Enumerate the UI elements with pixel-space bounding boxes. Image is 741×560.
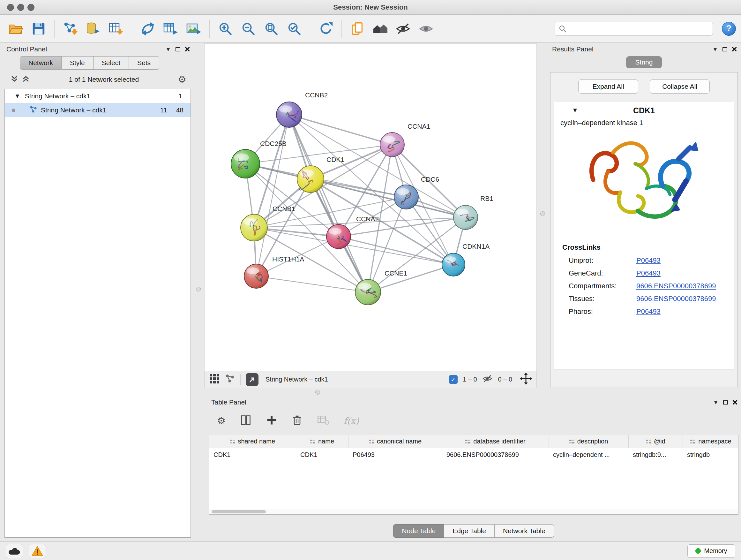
column-header[interactable]: name	[296, 435, 348, 448]
warning-button[interactable]	[29, 544, 46, 558]
tab-node-table[interactable]: Node Table	[393, 524, 444, 538]
network-node-CDKN1A[interactable]	[442, 253, 465, 276]
expand-all-chevron-icon[interactable]	[22, 75, 30, 84]
protein-section-header[interactable]: ▼ CDK1	[554, 102, 734, 119]
tab-string[interactable]: String	[626, 56, 662, 68]
network-selection-row: 1 of 1 Network selected ⚙	[3, 71, 192, 87]
panel-float-icon[interactable]	[720, 45, 730, 54]
network-collection-row[interactable]: ▼ String Network – cdk1 1	[5, 89, 191, 103]
hide-style-button[interactable]	[393, 18, 414, 40]
network-row[interactable]: String Network – cdk1 11 48	[5, 103, 191, 117]
network-node-CDK1[interactable]	[297, 166, 324, 192]
refresh-layout-button[interactable]	[315, 18, 336, 40]
move-crosshair-icon[interactable]	[520, 373, 532, 386]
scrollbar-thumb[interactable]	[212, 510, 266, 513]
export-table-button[interactable]	[160, 18, 181, 40]
save-session-button[interactable]	[28, 18, 49, 40]
column-header[interactable]: @id	[628, 435, 683, 448]
memory-button[interactable]: Memory	[687, 544, 735, 558]
crosslink-link[interactable]: P06493	[636, 307, 661, 316]
panel-close-icon[interactable]: ×	[730, 398, 740, 407]
column-header[interactable]: canonical name	[348, 435, 442, 448]
tab-sets[interactable]: Sets	[129, 56, 159, 70]
panel-menu-icon[interactable]: ▾	[711, 45, 720, 54]
import-network-database-button[interactable]	[83, 18, 104, 40]
tab-style[interactable]: Style	[62, 56, 93, 70]
add-column-icon[interactable]	[266, 415, 277, 427]
horizontal-scrollbar[interactable]	[209, 509, 738, 514]
tree-collapse-caret-icon[interactable]: ▼	[14, 92, 20, 100]
help-button[interactable]: ?	[722, 22, 736, 36]
network-node-CCNB1[interactable]	[241, 214, 267, 241]
splitter-handle[interactable]	[540, 211, 545, 216]
column-header[interactable]: database identifier	[442, 435, 549, 448]
network-node-CCNA2[interactable]	[327, 225, 351, 249]
column-header[interactable]: namespace	[683, 435, 738, 448]
cell-id[interactable]: stringdb:9...	[628, 448, 683, 461]
network-node-RB1[interactable]	[454, 205, 478, 230]
crosslink-link[interactable]: P06493	[636, 269, 661, 277]
cell-description[interactable]: cyclin–dependent ...	[549, 448, 628, 461]
import-network-file-button[interactable]	[60, 18, 81, 40]
home-views-button[interactable]	[370, 18, 391, 40]
table-row[interactable]: CDK1 CDK1 P06493 9606.ENSP00000378699 cy…	[209, 448, 738, 461]
export-image-button[interactable]	[183, 18, 204, 40]
search-input[interactable]	[555, 22, 713, 36]
crosslink-link[interactable]: 9606.ENSP00000378699	[636, 295, 716, 303]
tab-select[interactable]: Select	[93, 56, 129, 70]
cell-namespace[interactable]: stringdb	[683, 448, 738, 461]
column-header[interactable]: description	[549, 435, 628, 448]
cell-canonical-name[interactable]: P06493	[348, 448, 442, 461]
network-edge-count: 48	[176, 106, 184, 114]
network-node-HIST1H1A[interactable]	[244, 264, 268, 288]
panel-float-icon[interactable]	[721, 398, 730, 407]
zoom-selected-button[interactable]	[284, 18, 305, 40]
splitter-handle[interactable]	[196, 287, 201, 292]
cloud-button[interactable]	[6, 544, 23, 558]
network-node-CCNB2[interactable]	[276, 102, 302, 127]
crosslink-link[interactable]: 9606.ENSP00000378699	[636, 282, 716, 290]
panel-float-icon[interactable]	[173, 45, 183, 54]
export-network-button[interactable]	[137, 18, 158, 40]
collapse-all-button[interactable]: Collapse All	[650, 79, 710, 94]
network-canvas[interactable]: CCNB2CCNA1CDC25BCDK1CDC6RB1CCNB1CCNA2CDK…	[205, 44, 536, 371]
zoom-out-button[interactable]	[238, 18, 259, 40]
zoom-fit-button[interactable]	[261, 18, 282, 40]
zoom-in-button[interactable]	[215, 18, 236, 40]
show-style-button[interactable]	[416, 18, 437, 40]
copy-documents-button[interactable]	[347, 18, 368, 40]
panel-menu-icon[interactable]: ▾	[163, 45, 173, 54]
cell-database-identifier[interactable]: 9606.ENSP00000378699	[442, 448, 549, 461]
network-node-CDC25B[interactable]	[231, 149, 260, 178]
column-label: canonical name	[377, 438, 421, 445]
tab-network[interactable]: Network	[20, 56, 62, 70]
splitter-handle[interactable]	[315, 390, 320, 395]
show-columns-icon[interactable]	[240, 414, 252, 428]
section-collapse-caret-icon[interactable]: ▼	[572, 107, 578, 114]
gear-icon[interactable]: ⚙	[178, 75, 186, 84]
panel-menu-icon[interactable]: ▾	[711, 398, 721, 407]
birdseye-view-button[interactable]	[246, 373, 259, 386]
expand-all-button[interactable]: Expand All	[578, 79, 638, 94]
collapse-all-chevron-icon[interactable]	[10, 75, 18, 84]
selected-checkbox-icon[interactable]: ✓	[449, 375, 458, 384]
delete-column-icon[interactable]	[291, 414, 303, 428]
crosslink-link[interactable]: P06493	[636, 256, 661, 265]
cell-shared-name[interactable]: CDK1	[209, 448, 296, 461]
column-header[interactable]: shared name	[209, 435, 296, 448]
grid-view-icon[interactable]	[209, 373, 220, 386]
panel-close-icon[interactable]: ×	[183, 45, 192, 54]
open-session-button[interactable]	[5, 18, 26, 40]
control-panel-title: Control Panel	[6, 45, 47, 53]
network-share-view-icon[interactable]	[225, 374, 235, 385]
network-node-CCNE1[interactable]	[355, 279, 381, 305]
tab-network-table[interactable]: Network Table	[495, 524, 554, 538]
import-table-button[interactable]	[106, 18, 127, 40]
panel-close-icon[interactable]: ×	[730, 45, 739, 54]
cell-name[interactable]: CDK1	[296, 448, 348, 461]
network-node-CDC6[interactable]	[394, 185, 418, 209]
tab-edge-table[interactable]: Edge Table	[444, 524, 495, 538]
network-node-CCNA1[interactable]	[380, 132, 404, 157]
table-gear-icon[interactable]: ⚙	[217, 416, 226, 426]
hidden-eye-strikethrough-icon[interactable]	[482, 374, 493, 385]
